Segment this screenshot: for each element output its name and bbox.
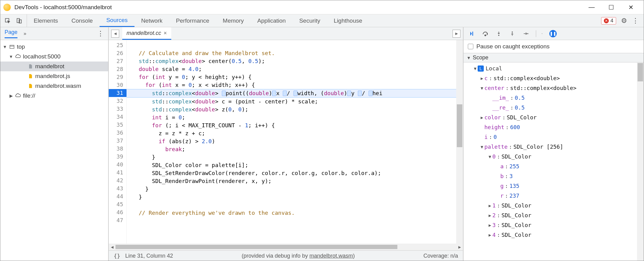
script-icon: [27, 73, 33, 79]
step-into-button[interactable]: [495, 30, 502, 37]
svg-rect-3: [10, 45, 14, 49]
error-icon: ✕: [604, 18, 609, 23]
source-code-area[interactable]: // Calculate and draw the Mandelbrot set…: [127, 40, 456, 244]
tab-network[interactable]: Network: [134, 14, 169, 27]
pause-on-exceptions-button[interactable]: ❚❚: [549, 30, 557, 37]
tab-performance[interactable]: Performance: [169, 14, 216, 27]
svg-point-8: [512, 31, 513, 32]
debugger-pane: ❚❚ Pause on caught exceptions ▼Scope ▼LL…: [463, 27, 644, 261]
tree-file-label: mandelbrot.js: [35, 73, 70, 80]
var-center-im[interactable]: __im_:0.5: [464, 93, 637, 103]
var-i[interactable]: i:0: [464, 132, 637, 142]
debug-info-source: (provided via debug info by mandelbrot.w…: [178, 253, 419, 259]
tree-file-mandelbrot-wasm[interactable]: mandelbrot.wasm: [0, 81, 108, 91]
inspect-element-icon[interactable]: [5, 18, 11, 24]
navigator-more-tabs-icon[interactable]: »: [24, 31, 26, 36]
debugger-toolbar: ❚❚: [464, 27, 644, 40]
file-tab-label: mandelbrot.cc: [127, 30, 161, 36]
line-number-gutter[interactable]: 2526272829303132333435363738394041424344…: [109, 40, 127, 244]
tab-console[interactable]: Console: [65, 14, 100, 27]
var-palette-1[interactable]: ▶1:SDL_Color: [464, 201, 637, 211]
scope-local-header[interactable]: ▼LLocal: [464, 64, 637, 73]
settings-gear-icon[interactable]: ⚙: [621, 17, 627, 25]
var-palette-2[interactable]: ▶2:SDL_Color: [464, 211, 637, 220]
close-tab-icon[interactable]: ×: [164, 30, 167, 36]
window-minimize-button[interactable]: —: [588, 4, 595, 11]
var-palette-0-b[interactable]: b:3: [464, 171, 637, 181]
var-palette-0-a[interactable]: a:255: [464, 162, 637, 171]
var-palette-0[interactable]: ▼0:SDL_Color: [464, 152, 637, 162]
pretty-print-icon[interactable]: {}: [114, 253, 120, 259]
resume-button[interactable]: [468, 30, 475, 37]
nav-back-button[interactable]: ◂: [111, 30, 119, 38]
file-tab-mandelbrot-cc[interactable]: mandelbrot.cc ×: [122, 27, 171, 40]
var-c[interactable]: ▶c:std::complex<double>: [464, 73, 637, 83]
var-color[interactable]: ▶color:SDL_Color: [464, 113, 637, 122]
var-palette-0-g[interactable]: g:135: [464, 181, 637, 191]
device-toggle-icon[interactable]: [16, 18, 22, 24]
deactivate-breakpoints-button[interactable]: [536, 30, 543, 37]
step-over-button[interactable]: [482, 30, 489, 37]
navigator-pane: Page » ⋮ ▼ top ▼ localhost:5000 mandelbr…: [0, 27, 109, 261]
file-tree: ▼ top ▼ localhost:5000 mandelbrot mandel…: [0, 40, 108, 103]
tab-application[interactable]: Application: [251, 14, 293, 27]
var-center-re[interactable]: __re_:0.5: [464, 103, 637, 113]
tree-file-mandelbrot-js[interactable]: mandelbrot.js: [0, 71, 108, 81]
var-palette-3[interactable]: ▶3:SDL_Color: [464, 220, 637, 230]
step-out-button[interactable]: [509, 30, 516, 37]
editor-horizontal-scrollbar[interactable]: ◂▸: [109, 244, 463, 250]
navigator-tab-page[interactable]: Page: [5, 29, 17, 38]
var-palette[interactable]: ▼palette:SDL_Color [256]: [464, 142, 637, 152]
svg-rect-5: [472, 32, 473, 35]
var-palette-4[interactable]: ▶4:SDL_Color: [464, 230, 637, 240]
cloud-icon: [15, 54, 21, 60]
tab-lighthouse[interactable]: Lighthouse: [327, 14, 369, 27]
var-height[interactable]: height:600: [464, 122, 637, 132]
tab-elements[interactable]: Elements: [27, 14, 65, 27]
more-menu-icon[interactable]: ⋮: [632, 17, 639, 25]
var-palette-0-r[interactable]: r:237: [464, 191, 637, 201]
svg-point-9: [527, 33, 528, 34]
tree-node-host[interactable]: ▼ localhost:5000: [0, 52, 108, 62]
tree-node-top[interactable]: ▼ top: [0, 42, 108, 52]
tab-security[interactable]: Security: [293, 14, 327, 27]
editor-statusbar: {} Line 31, Column 42 (provided via debu…: [109, 250, 463, 261]
tree-label-top: top: [17, 43, 25, 50]
step-button[interactable]: [522, 30, 529, 37]
tree-label-file-scheme: file://: [23, 92, 35, 99]
panel-tabs: Elements Console Sources Network Perform…: [27, 14, 596, 27]
coverage-status: Coverage: n/a: [423, 253, 458, 259]
error-count: 4: [611, 18, 613, 24]
local-badge-icon: L: [478, 65, 484, 72]
document-icon: [27, 63, 33, 69]
svg-point-7: [498, 35, 499, 36]
error-count-badge[interactable]: ✕ 4: [601, 17, 616, 24]
tree-file-label: mandelbrot.wasm: [35, 83, 81, 89]
pause-caught-row[interactable]: Pause on caught exceptions: [464, 40, 644, 53]
nav-forward-button[interactable]: ▸: [453, 30, 460, 38]
cloud-icon: [15, 93, 21, 99]
var-center[interactable]: ▼center:std::complex<double>: [464, 83, 637, 93]
debug-info-link[interactable]: mandelbrot.wasm: [309, 253, 353, 259]
tab-sources[interactable]: Sources: [100, 14, 134, 27]
tree-node-file-scheme[interactable]: ▶ file://: [0, 91, 108, 101]
editor-pane: ◂ mandelbrot.cc × ▸ 25262728293031323334…: [109, 27, 463, 261]
svg-point-6: [485, 35, 486, 36]
devtools-logo-icon: [3, 4, 11, 11]
cursor-position: Line 31, Column 42: [125, 253, 173, 259]
script-icon: [27, 83, 33, 89]
navigator-menu-icon[interactable]: ⋮: [97, 30, 104, 38]
window-close-button[interactable]: ✕: [627, 4, 635, 11]
scope-section-header[interactable]: ▼Scope: [464, 53, 644, 62]
window-maximize-button[interactable]: ☐: [608, 4, 615, 11]
scope-variables: ▼LLocal ▶c:std::complex<double> ▼center:…: [464, 62, 637, 261]
scope-vertical-scrollbar[interactable]: [637, 62, 644, 261]
window-title: DevTools - localhost:5000/mandelbrot: [14, 4, 112, 11]
window-titlebar: DevTools - localhost:5000/mandelbrot — ☐…: [0, 0, 644, 14]
tree-label-host: localhost:5000: [23, 53, 61, 60]
tree-file-label: mandelbrot: [35, 63, 64, 70]
editor-vertical-scrollbar[interactable]: [456, 40, 463, 244]
tab-memory[interactable]: Memory: [216, 14, 251, 27]
pause-caught-checkbox[interactable]: [468, 44, 473, 49]
tree-file-mandelbrot[interactable]: mandelbrot: [0, 62, 108, 71]
